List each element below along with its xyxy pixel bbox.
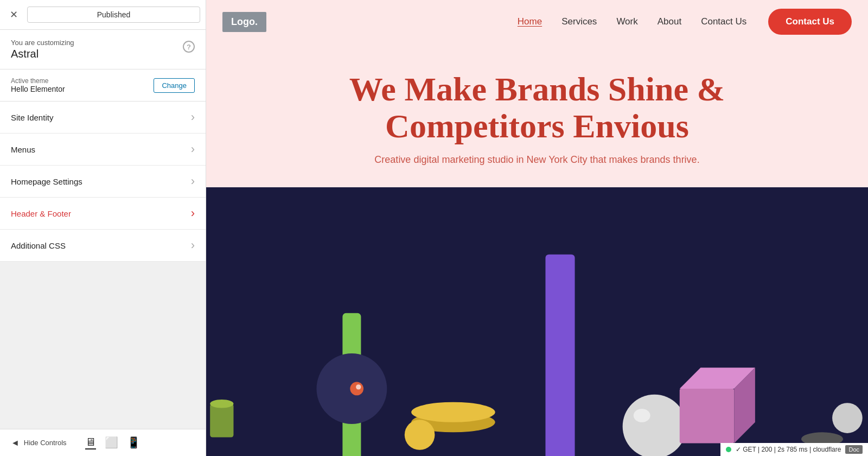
menu-item-header-&-footer[interactable]: Header & Footer› bbox=[0, 198, 206, 230]
svg-point-8 bbox=[634, 409, 650, 422]
svg-point-7 bbox=[623, 395, 686, 456]
nav-link-about[interactable]: About bbox=[658, 16, 681, 27]
menu-item-site-identity[interactable]: Site Identity› bbox=[0, 102, 206, 134]
nav-link-services[interactable]: Services bbox=[561, 16, 597, 27]
hero-section: We Make Brands Shine & Competitors Envio… bbox=[206, 43, 868, 182]
hide-controls-label: Hide Controls bbox=[24, 439, 67, 447]
chevron-right-icon: › bbox=[191, 238, 195, 252]
customizer-panel: ✕ Published You are customizing Astral ?… bbox=[0, 0, 206, 456]
menu-item-label: Additional CSS bbox=[11, 241, 66, 250]
nav-link-work[interactable]: Work bbox=[616, 16, 637, 27]
svg-point-6 bbox=[411, 402, 495, 422]
active-theme-label: Active theme bbox=[11, 77, 65, 85]
svg-rect-4 bbox=[545, 255, 575, 456]
status-text: ✓ GET | 200 | 2s 785 ms | cloudflare bbox=[736, 446, 841, 453]
logo: Logo. bbox=[222, 12, 266, 32]
svg-point-19 bbox=[832, 403, 863, 434]
menu-item-homepage-settings[interactable]: Homepage Settings› bbox=[0, 166, 206, 198]
desktop-icon[interactable]: 🖥 bbox=[85, 436, 96, 449]
menu-item-label: Header & Footer bbox=[11, 209, 71, 218]
chevron-right-icon: › bbox=[191, 110, 195, 124]
device-icons: 🖥 ⬜ 📱 bbox=[85, 436, 141, 449]
menu-item-label: Site Identity bbox=[11, 113, 53, 122]
chevron-right-icon: › bbox=[191, 206, 195, 220]
svg-rect-9 bbox=[680, 389, 734, 443]
menu-item-additional-css[interactable]: Additional CSS› bbox=[0, 230, 206, 262]
customizing-section: You are customizing Astral ? bbox=[0, 30, 206, 69]
svg-point-12 bbox=[405, 420, 435, 451]
hide-controls-arrow-icon: ◄ bbox=[11, 438, 20, 448]
chevron-right-icon: › bbox=[191, 174, 195, 188]
scene-svg bbox=[206, 187, 868, 456]
svg-point-3 bbox=[356, 385, 361, 390]
nav-links: HomeServicesWorkAboutContact Us bbox=[518, 16, 746, 27]
nav-link-home[interactable]: Home bbox=[518, 16, 542, 27]
doc-label: Doc bbox=[845, 445, 863, 454]
published-button[interactable]: Published bbox=[27, 7, 200, 23]
change-theme-button[interactable]: Change bbox=[154, 78, 195, 93]
menu-item-label: Homepage Settings bbox=[11, 177, 82, 186]
showcase-section: ✓ GET | 200 | 2s 785 ms | cloudflare Doc bbox=[206, 187, 868, 456]
hero-subtitle: Creative digital marketing studio in New… bbox=[222, 154, 852, 166]
tablet-icon[interactable]: ⬜ bbox=[105, 436, 118, 449]
nav-link-contact-us[interactable]: Contact Us bbox=[701, 16, 746, 27]
bottom-bar: ◄ Hide Controls 🖥 ⬜ 📱 bbox=[0, 429, 206, 456]
navbar: Logo. HomeServicesWorkAboutContact Us Co… bbox=[206, 0, 868, 43]
contact-cta-button[interactable]: Contact Us bbox=[768, 9, 852, 35]
customizing-label: You are customizing bbox=[11, 39, 74, 47]
svg-rect-14 bbox=[210, 404, 233, 438]
mobile-icon[interactable]: 📱 bbox=[127, 436, 141, 449]
help-icon[interactable]: ? bbox=[183, 41, 195, 53]
top-bar: ✕ Published bbox=[0, 0, 206, 30]
preview-panel: Logo. HomeServicesWorkAboutContact Us Co… bbox=[206, 0, 868, 456]
theme-section: Active theme Hello Elementor Change bbox=[0, 69, 206, 102]
menu-item-label: Menus bbox=[11, 145, 35, 154]
customizing-title: Astral bbox=[11, 48, 74, 60]
svg-point-15 bbox=[210, 400, 233, 408]
hide-controls-button[interactable]: ◄ Hide Controls bbox=[11, 438, 67, 448]
status-bar: ✓ GET | 200 | 2s 785 ms | cloudflare Doc bbox=[720, 443, 868, 456]
menu-item-menus[interactable]: Menus› bbox=[0, 134, 206, 166]
status-dot bbox=[726, 447, 731, 452]
close-button[interactable]: ✕ bbox=[5, 7, 22, 23]
hero-title: We Make Brands Shine & Competitors Envio… bbox=[307, 71, 768, 144]
chevron-right-icon: › bbox=[191, 142, 195, 156]
menu-list: Site Identity›Menus›Homepage Settings›He… bbox=[0, 102, 206, 262]
theme-name: Hello Elementor bbox=[11, 85, 65, 93]
